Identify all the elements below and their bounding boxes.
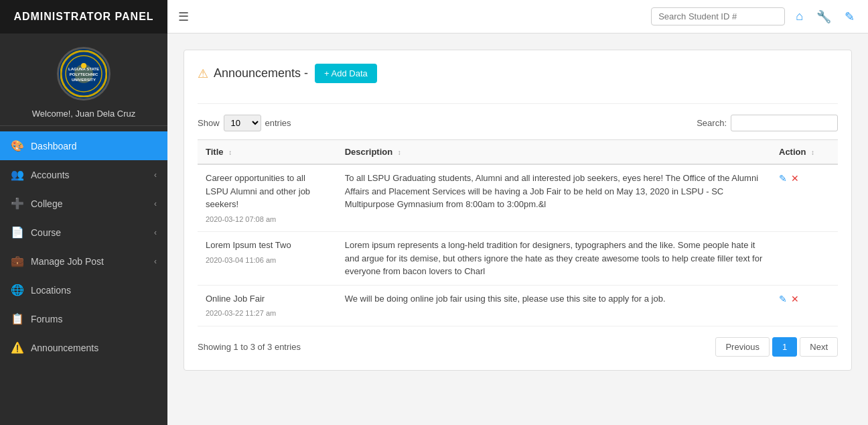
topbar-left: ☰ xyxy=(178,9,189,24)
sidebar-item-locations[interactable]: 🌐 Locations xyxy=(0,276,167,304)
title-text: Career opportunities to all LSPU Alumni … xyxy=(206,173,310,209)
wrench-icon[interactable]: 🔧 xyxy=(814,7,834,27)
action-buttons: ✎✕ xyxy=(779,292,830,306)
col-description-label: Description xyxy=(345,147,393,157)
table-body: Career opportunities to all LSPU Alumni … xyxy=(198,164,838,326)
sidebar-item-announcements[interactable]: ⚠️ Announcements xyxy=(0,333,167,362)
sidebar-item-label: Locations xyxy=(31,285,71,296)
row-action: ✎✕ xyxy=(771,285,838,326)
sidebar-item-accounts[interactable]: 👥 Accounts ‹ xyxy=(0,160,167,189)
delete-button[interactable]: ✕ xyxy=(791,292,799,306)
col-description: Description ↕ xyxy=(337,140,771,165)
search-student-input[interactable] xyxy=(651,7,785,25)
warning-icon: ⚠ xyxy=(198,66,208,81)
app-title: ADMINISTRATOR PANEL xyxy=(0,0,167,34)
table-row: Online Job Fair2020-03-22 11:27 amWe wil… xyxy=(198,285,838,326)
svg-point-6 xyxy=(81,63,86,68)
sidebar-item-college[interactable]: ➕ College ‹ xyxy=(0,189,167,218)
header-divider xyxy=(198,103,838,104)
col-title-label: Title xyxy=(206,147,224,157)
sidebar-item-label: Dashboard xyxy=(31,141,77,151)
col-action: Action ↕ xyxy=(771,140,838,165)
col-title: Title ↕ xyxy=(198,140,337,165)
table-header-row: Title ↕ Description ↕ Action ↕ xyxy=(198,140,838,165)
edit-icon[interactable]: ✎ xyxy=(842,7,857,27)
chevron-right-icon: ‹ xyxy=(154,257,157,266)
announcements-icon: ⚠️ xyxy=(11,341,24,354)
row-action xyxy=(771,232,838,286)
table-search-area: Search: xyxy=(697,115,838,131)
welcome-text: Welcome!, Juan Dela Cruz xyxy=(32,109,135,119)
sidebar-item-label: Accounts xyxy=(31,170,70,180)
row-title: Online Job Fair2020-03-22 11:27 am xyxy=(198,285,337,326)
topbar-right: ⌂ 🔧 ✎ xyxy=(651,7,857,27)
sidebar-item-label: Course xyxy=(31,227,61,238)
table-row: Lorem Ipsum test Two2020-03-04 11:06 amL… xyxy=(198,232,838,286)
action-buttons: ✎✕ xyxy=(779,172,830,186)
add-data-button[interactable]: + Add Data xyxy=(315,64,377,83)
hamburger-icon[interactable]: ☰ xyxy=(178,9,189,24)
row-date: 2020-03-04 11:06 am xyxy=(206,255,329,266)
entries-select[interactable]: 10 25 50 100 xyxy=(224,115,261,131)
pagination-buttons: Previous 1 Next xyxy=(715,337,838,357)
announcements-table: Title ↕ Description ↕ Action ↕ xyxy=(198,139,838,326)
sidebar-profile: LAGUNA STATE POLYTECHNIC UNIVERSITY Welc… xyxy=(0,34,167,126)
row-date: 2020-03-22 11:27 am xyxy=(206,308,329,319)
card-title: ⚠ Announcements - xyxy=(198,66,308,81)
main-content: ☰ ⌂ 🔧 ✎ ⚠ Announcements - + Add Data xyxy=(167,0,868,425)
course-icon: 📄 xyxy=(11,226,24,239)
edit-button[interactable]: ✎ xyxy=(779,172,787,186)
sidebar-item-forums[interactable]: 📋 Forums xyxy=(0,304,167,333)
locations-icon: 🌐 xyxy=(11,284,24,296)
topbar: ☰ ⌂ 🔧 ✎ xyxy=(167,0,868,34)
sidebar-item-label: Forums xyxy=(31,314,62,324)
table-search-input[interactable] xyxy=(731,115,838,131)
home-icon[interactable]: ⌂ xyxy=(793,7,806,26)
row-title: Lorem Ipsum test Two2020-03-04 11:06 am xyxy=(198,232,337,286)
page-1-button[interactable]: 1 xyxy=(772,337,797,357)
row-date: 2020-03-12 07:08 am xyxy=(206,214,329,225)
sidebar-item-label: College xyxy=(31,198,62,209)
title-text: Online Job Fair xyxy=(206,294,265,304)
sidebar-item-manage-job-post[interactable]: 💼 Manage Job Post ‹ xyxy=(0,247,167,276)
sort-icon[interactable]: ↕ xyxy=(228,149,232,156)
row-action: ✎✕ xyxy=(771,164,838,232)
sidebar-item-label: Manage Job Post xyxy=(31,256,104,267)
avatar-image: LAGUNA STATE POLYTECHNIC UNIVERSITY xyxy=(60,50,107,97)
title-text: Lorem Ipsum test Two xyxy=(206,240,291,250)
page-title: Announcements - xyxy=(214,66,308,80)
entries-label: entries xyxy=(265,118,291,128)
previous-button[interactable]: Previous xyxy=(715,337,770,357)
col-action-label: Action xyxy=(779,147,806,157)
sidebar-item-dashboard[interactable]: 🎨 Dashboard xyxy=(0,131,167,160)
show-entries-control: Show 10 25 50 100 entries xyxy=(198,115,291,131)
manage-job-icon: 💼 xyxy=(11,255,24,267)
page-content: ⚠ Announcements - + Add Data Show 10 25 … xyxy=(167,34,868,425)
table-row: Career opportunities to all LSPU Alumni … xyxy=(198,164,838,232)
row-description: To all LSPU Graduating students, Alumni … xyxy=(337,164,771,232)
edit-button[interactable]: ✎ xyxy=(779,292,787,306)
sidebar-item-course[interactable]: 📄 Course ‹ xyxy=(0,218,167,247)
svg-text:POLYTECHNIC: POLYTECHNIC xyxy=(70,72,98,76)
pagination-area: Showing 1 to 3 of 3 entries Previous 1 N… xyxy=(198,337,838,357)
delete-button[interactable]: ✕ xyxy=(791,172,799,186)
sort-icon[interactable]: ↕ xyxy=(398,149,401,156)
card-header: ⚠ Announcements - + Add Data xyxy=(198,64,838,90)
svg-text:UNIVERSITY: UNIVERSITY xyxy=(72,78,96,82)
sidebar-navigation: 🎨 Dashboard 👥 Accounts ‹ ➕ College ‹ 📄 C… xyxy=(0,126,167,425)
row-description: Lorem ipsum represents a long-held tradi… xyxy=(337,232,771,286)
sidebar-item-label: Announcements xyxy=(31,343,98,353)
chevron-right-icon: ‹ xyxy=(154,170,157,180)
avatar: LAGUNA STATE POLYTECHNIC UNIVERSITY xyxy=(57,47,111,101)
table-controls: Show 10 25 50 100 entries Search: xyxy=(198,115,838,131)
showing-text: Showing 1 to 3 of 3 entries xyxy=(198,342,301,352)
row-title: Career opportunities to all LSPU Alumni … xyxy=(198,164,337,232)
chevron-right-icon: ‹ xyxy=(154,228,157,237)
forums-icon: 📋 xyxy=(11,312,24,325)
sidebar: ADMINISTRATOR PANEL LAGUNA STATE POLYTEC… xyxy=(0,0,167,425)
chevron-right-icon: ‹ xyxy=(154,199,157,208)
sort-icon[interactable]: ↕ xyxy=(811,149,814,156)
accounts-icon: 👥 xyxy=(11,168,24,181)
college-icon: ➕ xyxy=(11,197,24,210)
next-button[interactable]: Next xyxy=(800,337,838,357)
